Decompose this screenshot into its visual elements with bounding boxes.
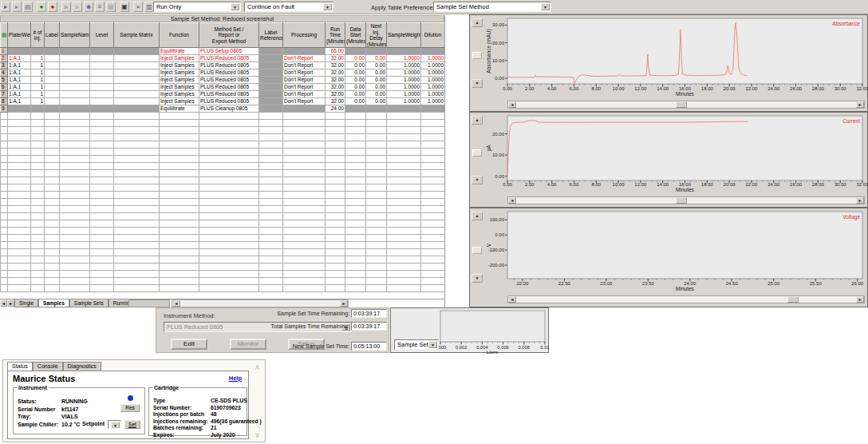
chart-vscroll-thumb[interactable] — [472, 247, 482, 254]
table-cell[interactable] — [8, 48, 31, 55]
chart-vscroll-thumb[interactable] — [472, 52, 482, 59]
table-cell[interactable] — [259, 184, 283, 192]
table-cell[interactable]: 1.0000 — [421, 55, 445, 62]
table-cell[interactable] — [31, 256, 45, 264]
column-header[interactable]: Processing — [283, 23, 326, 48]
table-cell[interactable] — [8, 177, 31, 184]
chart-hscroll-track[interactable] — [517, 101, 855, 108]
table-cell[interactable] — [90, 48, 114, 55]
table-cell[interactable]: PLUS Reduced 0805 — [199, 98, 259, 105]
table-cell[interactable]: 1:A,1 — [8, 84, 31, 91]
chart-vscroll-thumb[interactable] — [472, 149, 482, 157]
table-cell[interactable] — [45, 249, 60, 256]
table-cell[interactable] — [387, 141, 421, 149]
table-cell[interactable] — [326, 199, 345, 206]
table-cell[interactable] — [1, 113, 8, 120]
table-cell[interactable] — [114, 199, 160, 206]
table-cell[interactable] — [160, 149, 199, 156]
table-empty-row[interactable] — [1, 235, 445, 242]
table-cell[interactable] — [114, 149, 160, 156]
table-cell[interactable] — [114, 278, 160, 285]
table-cell[interactable] — [1, 206, 8, 213]
table-cell[interactable] — [345, 156, 366, 163]
table-cell[interactable]: PLUS Reduced 0805 — [199, 55, 259, 62]
table-cell[interactable] — [366, 206, 387, 213]
table-cell[interactable] — [45, 271, 60, 278]
table-cell[interactable]: 1 — [31, 69, 45, 77]
table-cell[interactable] — [1, 170, 8, 177]
table-cell[interactable] — [8, 199, 31, 206]
table-cell[interactable] — [114, 242, 160, 249]
table-cell[interactable]: 1.0000 — [421, 77, 445, 84]
table-cell[interactable] — [283, 192, 326, 199]
table-cell[interactable] — [259, 170, 283, 177]
table-cell[interactable]: Inject Samples — [160, 55, 199, 62]
table-cell[interactable] — [90, 199, 114, 206]
table-cell[interactable] — [160, 141, 199, 149]
table-cell[interactable] — [31, 242, 45, 249]
table-cell[interactable] — [31, 278, 45, 285]
table-empty-row[interactable] — [1, 134, 445, 141]
table-cell[interactable] — [45, 48, 60, 55]
table-cell[interactable] — [60, 249, 90, 256]
table-cell[interactable]: 0.00 — [366, 69, 387, 77]
table-cell[interactable] — [114, 120, 160, 127]
table-cell[interactable] — [45, 141, 60, 149]
table-cell[interactable]: 0.00 — [345, 84, 366, 91]
table-cell[interactable] — [160, 184, 199, 192]
table-cell[interactable]: 1:A,1 — [8, 91, 31, 98]
table-cell[interactable] — [259, 285, 283, 292]
table-cell[interactable] — [259, 120, 283, 127]
row-number-cell[interactable]: 8 — [1, 98, 8, 105]
table-cell[interactable] — [199, 242, 259, 249]
table-cell[interactable]: Don't Report — [283, 55, 326, 62]
table-cell[interactable] — [199, 278, 259, 285]
table-cell[interactable] — [421, 220, 445, 228]
row-number-cell[interactable]: 4 — [1, 69, 8, 77]
table-cell[interactable] — [199, 134, 259, 141]
table-cell[interactable] — [421, 120, 445, 127]
table-cell[interactable] — [60, 228, 90, 235]
table-cell[interactable] — [345, 264, 366, 271]
table-cell[interactable] — [45, 278, 60, 285]
table-cell[interactable] — [387, 228, 421, 235]
table-cell[interactable]: PLUS Reduced 0805 — [199, 62, 259, 69]
table-cell[interactable]: PLUS Reduced 0805 — [199, 77, 259, 84]
table-cell[interactable] — [1, 264, 8, 271]
table-cell[interactable] — [387, 120, 421, 127]
table-cell[interactable] — [60, 77, 90, 84]
table-cell[interactable]: Inject Samples — [160, 98, 199, 105]
table-cell[interactable] — [1, 228, 8, 235]
table-cell[interactable] — [31, 134, 45, 141]
table-cell[interactable] — [259, 84, 283, 91]
table-cell[interactable] — [45, 170, 60, 177]
table-cell[interactable]: 1 — [31, 77, 45, 84]
table-cell[interactable] — [199, 141, 259, 149]
chevron-down-icon[interactable]: ▼ — [541, 3, 550, 10]
table-cell[interactable] — [31, 235, 45, 242]
table-cell[interactable]: 24.00 — [326, 105, 345, 113]
table-cell[interactable] — [60, 69, 90, 77]
table-cell[interactable] — [421, 228, 445, 235]
column-header[interactable]: SampleName — [60, 23, 90, 48]
table-cell[interactable] — [160, 235, 199, 242]
table-cell[interactable] — [199, 285, 259, 292]
column-header[interactable]: Plate/Well — [8, 23, 31, 48]
table-empty-row[interactable] — [1, 192, 445, 199]
table-cell[interactable] — [326, 235, 345, 242]
table-cell[interactable] — [283, 156, 326, 163]
table-cell[interactable] — [387, 242, 421, 249]
table-cell[interactable] — [283, 285, 326, 292]
column-header[interactable]: Run Time (Minutes) — [326, 23, 345, 48]
table-cell[interactable] — [259, 235, 283, 242]
table-cell[interactable] — [45, 199, 60, 206]
row-number-cell[interactable]: 6 — [1, 84, 8, 91]
table-cell[interactable] — [283, 235, 326, 242]
table-cell[interactable] — [31, 220, 45, 228]
table-cell[interactable] — [1, 163, 8, 170]
table-cell[interactable] — [60, 170, 90, 177]
table-cell[interactable] — [345, 213, 366, 220]
table-cell[interactable] — [8, 170, 31, 177]
table-cell[interactable] — [114, 163, 160, 170]
table-corner-cell[interactable]: ▦ — [1, 23, 8, 48]
